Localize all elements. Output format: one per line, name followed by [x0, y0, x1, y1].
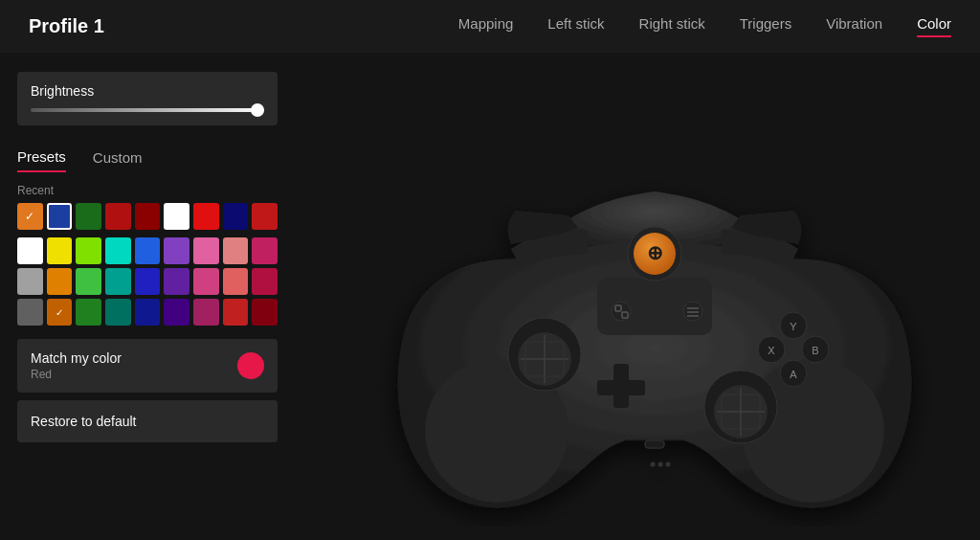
swatch-orange-recent[interactable]	[17, 203, 43, 230]
swatch-white[interactable]	[17, 237, 43, 264]
svg-point-35	[658, 461, 663, 466]
swatch-green3[interactable]	[76, 299, 101, 326]
swatch-teal[interactable]	[105, 268, 131, 295]
swatch-cyan[interactable]	[105, 237, 131, 264]
swatch-lightgray[interactable]	[17, 268, 43, 295]
left-panel: Brightness Presets Custom Recent	[17, 72, 278, 442]
swatch-navy-recent[interactable]	[223, 203, 249, 230]
svg-rect-17	[597, 380, 645, 395]
swatch-blue-recent[interactable]	[47, 203, 73, 230]
swatch-amber-check[interactable]: ✓	[47, 299, 73, 326]
brightness-box: Brightness	[17, 72, 278, 125]
tab-color[interactable]: Color	[917, 15, 951, 37]
nav-tabs: Mapping Left stick Right stick Triggers …	[458, 15, 951, 37]
svg-point-26	[683, 302, 702, 321]
recent-colors-row	[17, 203, 278, 230]
controller-area: ⊕ Y B A	[329, 53, 980, 540]
svg-text:X: X	[768, 345, 775, 356]
svg-rect-33	[645, 440, 664, 448]
match-color-circle	[237, 352, 264, 379]
swatch-orange[interactable]	[47, 268, 73, 295]
match-color-sub: Red	[31, 368, 122, 381]
recent-label: Recent	[17, 184, 278, 197]
swatch-yellow[interactable]	[47, 237, 73, 264]
swatch-darkmaroon[interactable]	[252, 299, 278, 326]
match-my-color-box[interactable]: Match my color Red	[17, 339, 278, 393]
swatch-white-recent[interactable]	[164, 203, 189, 230]
svg-text:Y: Y	[790, 321, 797, 332]
svg-point-34	[651, 461, 656, 466]
match-color-title: Match my color	[31, 350, 122, 366]
tab-left-stick[interactable]: Left stick	[547, 15, 604, 37]
swatch-darkpink[interactable]	[193, 299, 219, 326]
tab-triggers[interactable]: Triggers	[740, 15, 791, 37]
tab-vibration[interactable]: Vibration	[826, 15, 882, 37]
color-grid: ✓	[17, 237, 278, 326]
color-row-2	[17, 268, 278, 295]
svg-text:⊕: ⊕	[647, 242, 663, 263]
controller-svg: ⊕ Y B A	[358, 67, 951, 527]
swatch-crimson[interactable]	[252, 268, 278, 295]
swatch-darkgreen-recent[interactable]	[76, 203, 101, 230]
swatch-hotpink[interactable]	[193, 268, 219, 295]
header: Profile 1 Mapping Left stick Right stick…	[0, 0, 980, 53]
match-color-text: Match my color Red	[31, 350, 122, 381]
svg-point-36	[666, 461, 671, 466]
brightness-thumb[interactable]	[251, 103, 264, 117]
restore-default-box[interactable]: Restore to default	[17, 400, 278, 442]
swatch-pink[interactable]	[193, 237, 219, 264]
restore-label: Restore to default	[31, 414, 137, 429]
swatch-darkteal[interactable]	[105, 299, 131, 326]
swatch-red2-recent[interactable]	[252, 203, 278, 230]
color-row-1	[17, 237, 278, 264]
tab-mapping[interactable]: Mapping	[458, 15, 514, 37]
swatch-violet[interactable]	[164, 237, 189, 264]
swatch-red1-recent[interactable]	[105, 203, 131, 230]
swatch-salmon[interactable]	[223, 237, 249, 264]
swatch-magenta[interactable]	[252, 237, 278, 264]
tab-right-stick[interactable]: Right stick	[639, 15, 705, 37]
swatch-peach[interactable]	[223, 268, 249, 295]
svg-text:B: B	[812, 345, 818, 356]
preset-custom-tabs: Presets Custom	[17, 143, 278, 172]
swatch-darkred-recent[interactable]	[135, 203, 161, 230]
swatch-darkblue[interactable]	[135, 299, 161, 326]
swatch-gray[interactable]	[17, 299, 43, 326]
brightness-slider[interactable]	[31, 108, 264, 112]
profile-title: Profile 1	[29, 15, 104, 37]
swatch-purple[interactable]	[164, 268, 189, 295]
swatch-darkred3[interactable]	[223, 299, 249, 326]
swatch-darkpurple[interactable]	[164, 299, 189, 326]
swatch-green2[interactable]	[76, 268, 101, 295]
swatch-brightred-recent[interactable]	[193, 203, 219, 230]
swatch-blue[interactable]	[135, 237, 161, 264]
tab-custom[interactable]: Custom	[93, 143, 143, 172]
swatch-lime[interactable]	[76, 237, 101, 264]
tab-presets[interactable]: Presets	[17, 143, 66, 172]
color-row-3: ✓	[17, 299, 278, 326]
swatch-indigo[interactable]	[135, 268, 161, 295]
svg-text:A: A	[790, 369, 797, 380]
brightness-label: Brightness	[31, 83, 264, 99]
